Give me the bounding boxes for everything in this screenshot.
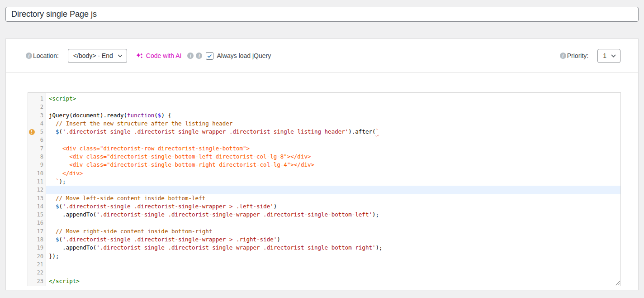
code-line[interactable]: 7 <div class="directorist-row directoris…: [28, 144, 620, 153]
snippet-panel: i Location: </body> - End Code with AI i…: [5, 38, 639, 290]
code-line[interactable]: 9 <div class="directorist-single-bottom-…: [28, 161, 620, 169]
line-number: 19: [35, 244, 46, 252]
line-number: 13: [35, 194, 46, 202]
line-number: 20: [35, 252, 46, 260]
line-gutter: [28, 236, 35, 244]
location-info-icon[interactable]: i: [26, 53, 32, 59]
code-line[interactable]: 21: [28, 260, 620, 269]
line-number: 2: [35, 103, 46, 111]
code-line[interactable]: 1<script>: [28, 95, 620, 103]
snippet-title-input[interactable]: [5, 7, 639, 22]
code-line[interactable]: 20});: [28, 252, 620, 260]
code-line[interactable]: 3jQuery(document).ready(function($) {: [28, 111, 620, 120]
priority-select[interactable]: 1: [597, 49, 620, 63]
code-text: </div>: [46, 169, 620, 178]
code-line[interactable]: 14 $('.directorist-single .directorist-s…: [28, 202, 620, 211]
code-text: $('.directorist-single .directorist-sing…: [46, 236, 620, 244]
code-text: $('.directorist-single .directorist-sing…: [46, 128, 620, 136]
code-line[interactable]: 12: [28, 186, 620, 194]
line-number: 21: [35, 260, 46, 269]
line-gutter: [28, 202, 35, 211]
code-text: <div class="directorist-single-bottom-le…: [46, 153, 620, 161]
line-number: 4: [35, 120, 46, 128]
priority-label: Priority:: [567, 52, 588, 59]
line-gutter: [28, 161, 35, 169]
line-number: 14: [35, 202, 46, 211]
code-text: <div class="directorist-single-bottom-ri…: [46, 161, 620, 169]
code-text: <div class="directorist-row directorist-…: [46, 144, 620, 153]
code-text: [46, 260, 620, 269]
chevron-down-icon: [118, 54, 123, 58]
line-gutter: [28, 178, 35, 186]
code-line[interactable]: 16: [28, 219, 620, 227]
line-number: 18: [35, 236, 46, 244]
code-line[interactable]: 13 // Move left-side content inside bott…: [28, 194, 620, 202]
code-line[interactable]: 4 // Insert the new structure after the …: [28, 120, 620, 128]
line-number: 3: [35, 111, 46, 120]
code-text: [46, 186, 620, 194]
line-gutter: [28, 120, 35, 128]
code-line[interactable]: 8 <div class="directorist-single-bottom-…: [28, 153, 620, 161]
code-text: [46, 136, 620, 144]
line-number: 16: [35, 219, 46, 227]
code-line[interactable]: 2: [28, 103, 620, 111]
line-number: 12: [35, 186, 46, 194]
code-line[interactable]: 23</script>: [28, 277, 620, 285]
line-gutter: [28, 260, 35, 269]
code-editor[interactable]: 1<script>23jQuery(document).ready(functi…: [28, 92, 621, 286]
code-text: [46, 269, 620, 277]
code-with-ai-button[interactable]: Code with AI: [136, 52, 182, 60]
warning-icon[interactable]: !: [29, 129, 35, 135]
code-text: });: [46, 252, 620, 260]
code-text: // Move left-side content inside bottom-…: [46, 194, 620, 202]
priority-group: i Priority: 1: [560, 49, 620, 63]
priority-select-value: 1: [603, 52, 606, 59]
code-line[interactable]: 19 .appendTo('.directorist-single .direc…: [28, 244, 620, 252]
code-text: [46, 219, 620, 227]
code-text: </script>: [46, 277, 620, 285]
line-number: 22: [35, 269, 46, 277]
code-line[interactable]: 18 $('.directorist-single .directorist-s…: [28, 236, 620, 244]
line-gutter: [28, 95, 35, 103]
code-with-ai-label: Code with AI: [146, 52, 182, 59]
info-icon[interactable]: i: [187, 53, 194, 59]
line-warning-gutter: !: [28, 128, 35, 136]
line-gutter: [28, 169, 35, 178]
priority-info-icon[interactable]: i: [560, 53, 566, 59]
line-number: 17: [35, 227, 46, 236]
location-select[interactable]: </body> - End: [68, 49, 127, 63]
line-gutter: [28, 194, 35, 202]
check-icon: [207, 53, 213, 59]
always-load-jquery-checkbox[interactable]: [206, 52, 213, 60]
line-number: 15: [35, 211, 46, 219]
line-number: 9: [35, 161, 46, 169]
code-line[interactable]: 10 </div>: [28, 169, 620, 178]
code-line[interactable]: 11 `);: [28, 178, 620, 186]
line-gutter: [28, 136, 35, 144]
code-text: // Insert the new structure after the li…: [46, 120, 620, 128]
code-line[interactable]: !5 $('.directorist-single .directorist-s…: [28, 128, 620, 136]
line-number: 11: [35, 178, 46, 186]
line-gutter: [28, 219, 35, 227]
line-number: 7: [35, 144, 46, 153]
code-text: jQuery(document).ready(function($) {: [46, 111, 620, 120]
code-text: [46, 103, 620, 111]
code-line[interactable]: 17 // Move right-side content inside bot…: [28, 227, 620, 236]
line-gutter: [28, 153, 35, 161]
code-text: .appendTo('.directorist-single .director…: [46, 211, 620, 219]
chevron-down-icon: [611, 54, 616, 58]
line-gutter: [28, 244, 35, 252]
sparkles-icon: [136, 52, 143, 60]
line-gutter: [28, 103, 35, 111]
line-gutter: [28, 186, 35, 194]
info-icon[interactable]: i: [196, 53, 202, 59]
code-line[interactable]: 22: [28, 269, 620, 277]
code-line[interactable]: 6: [28, 136, 620, 144]
line-gutter: [28, 111, 35, 120]
code-line[interactable]: 15 .appendTo('.directorist-single .direc…: [28, 211, 620, 219]
line-number: 1: [35, 95, 46, 103]
editor-content: 1<script>23jQuery(document).ready(functi…: [28, 93, 620, 285]
line-gutter: [28, 144, 35, 153]
code-text: $('.directorist-single .directorist-sing…: [46, 202, 620, 211]
snippet-editor-page: i Location: </body> - End Code with AI i…: [0, 0, 644, 298]
